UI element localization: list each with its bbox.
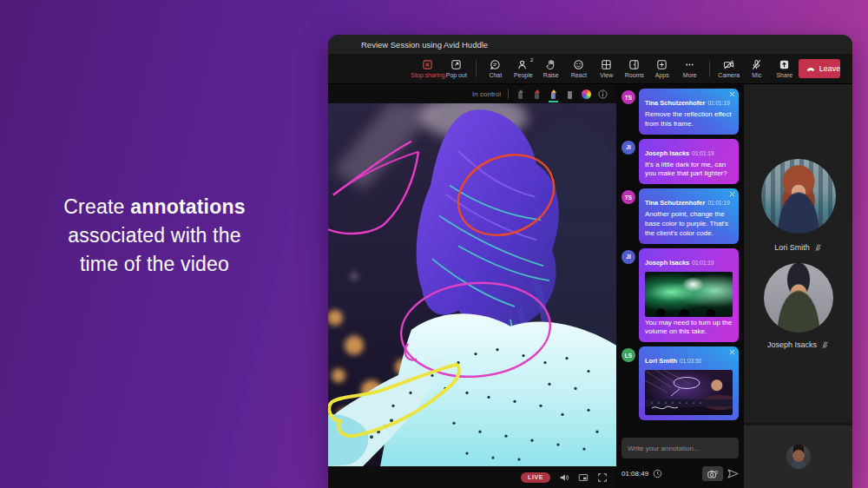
message-bubble[interactable]: Joseph Isacks01:01:19 You may need to tu… <box>639 248 739 343</box>
hero-line1-bold: annotations <box>130 195 246 218</box>
current-video-time: 01:08:49 <box>621 470 648 478</box>
time-history-button[interactable] <box>653 469 662 478</box>
attached-video-frame-studio[interactable] <box>645 370 733 415</box>
message-bubble[interactable]: Tina Schutzenhofer01:01:19 Another point… <box>639 188 739 243</box>
self-view-tile[interactable] <box>744 423 852 488</box>
stop-sharing-button[interactable]: Stop sharing <box>417 59 439 78</box>
view-button[interactable]: View <box>596 59 617 78</box>
pop-out-icon <box>450 59 462 70</box>
participant-avatar-lori[interactable] <box>761 159 836 234</box>
message-author: Joseph Isacks <box>645 259 689 267</box>
stop-sharing-icon <box>422 59 433 70</box>
marker-tool[interactable] <box>532 89 542 100</box>
color-wheel-picker[interactable] <box>582 89 591 99</box>
share-icon <box>779 59 790 70</box>
stop-sharing-label: Stop sharing <box>411 72 444 78</box>
hero-line3: time of the video <box>80 253 229 275</box>
raise-label: Raise <box>543 72 559 78</box>
mic-off-icon <box>751 59 762 70</box>
highlighter-tool-selected[interactable] <box>549 89 558 100</box>
picture-in-picture-icon <box>578 472 589 483</box>
camera-label: Camera <box>718 72 740 78</box>
clock-icon <box>653 469 662 478</box>
share-button[interactable]: Share <box>774 59 795 78</box>
dismiss-annotation-button[interactable] <box>729 91 735 97</box>
send-annotation-button[interactable] <box>727 469 739 478</box>
annotation-chat-panel: TS Tina Schutzenhofer01:01:19 Remove the… <box>616 84 744 488</box>
camera-clock-icon <box>707 470 718 478</box>
marker-tip <box>535 89 540 93</box>
rooms-label: Rooms <box>625 72 644 78</box>
apps-button[interactable]: Apps <box>652 59 673 78</box>
message-text: It's a little dark for me, can you make … <box>645 161 733 180</box>
annotation-input[interactable] <box>621 438 739 458</box>
message-author: Lori Smith <box>645 357 677 365</box>
close-icon <box>729 349 735 355</box>
attach-frame-button[interactable] <box>702 466 723 481</box>
attached-video-frame-concert[interactable] <box>645 272 733 317</box>
dismiss-annotation-button[interactable] <box>729 191 735 197</box>
hero-line1-pre: Create <box>63 195 130 218</box>
message-bubble[interactable]: Tina Schutzenhofer01:01:19 Remove the re… <box>639 89 739 135</box>
more-icon <box>684 59 695 70</box>
more-label: More <box>683 72 697 78</box>
marker-body <box>535 93 539 99</box>
leave-label: Leave <box>819 64 840 73</box>
info-icon[interactable] <box>598 89 608 99</box>
rooms-button[interactable]: Rooms <box>624 59 645 78</box>
annotation-list: TS Tina Schutzenhofer01:01:19 Remove the… <box>621 89 739 438</box>
message-bubble[interactable]: Lori Smith01:03:50 <box>639 346 739 420</box>
eraser-tool[interactable] <box>565 89 575 100</box>
avatar-initials: JI <box>621 250 635 264</box>
view-icon <box>601 59 612 70</box>
annotation-message: JI Joseph Isacks01:01:19 It's a little d… <box>621 139 739 185</box>
avatar-initials: JI <box>621 141 635 155</box>
annotation-message: TS Tina Schutzenhofer01:01:19 Remove the… <box>621 89 739 135</box>
camera-toggle-button[interactable]: Camera <box>719 59 740 78</box>
message-text: Remove the reflection effect from this f… <box>645 110 733 129</box>
mic-toggle-button[interactable]: Mic <box>746 59 767 78</box>
avatar-initials: LS <box>621 348 635 362</box>
more-button[interactable]: More <box>680 59 700 78</box>
camera-off-icon <box>723 59 734 70</box>
phone-down-icon <box>806 63 816 74</box>
raise-hand-button[interactable]: Raise <box>541 59 562 78</box>
fullscreen-button[interactable] <box>597 472 608 483</box>
video-annotation-canvas[interactable] <box>328 103 616 466</box>
speaker-icon <box>559 472 569 483</box>
participant-row-joseph: Joseph Isacks <box>744 340 852 349</box>
leave-main[interactable]: Leave <box>799 63 840 74</box>
mic-muted-icon <box>814 244 822 252</box>
pop-out-button[interactable]: Pop out <box>446 59 467 78</box>
apps-icon <box>656 59 667 70</box>
pip-button[interactable] <box>578 472 589 483</box>
chat-button[interactable]: Chat <box>485 59 506 78</box>
message-bubble[interactable]: Joseph Isacks01:01:19 It's a little dark… <box>639 139 739 185</box>
leave-button[interactable]: Leave <box>799 59 840 78</box>
hero-caption: Create annotations associated with the t… <box>24 193 285 279</box>
meeting-window: Review Session using Avid Huddle Stop sh… <box>328 35 852 488</box>
pen-tool[interactable] <box>516 89 525 100</box>
react-label: React <box>571 72 587 78</box>
video-stage: In control <box>328 84 616 488</box>
dismiss-annotation-button[interactable] <box>729 349 735 355</box>
message-text: Another point, change the base color to … <box>645 210 733 238</box>
people-button[interactable]: 2 People <box>513 59 534 78</box>
volume-button[interactable] <box>559 472 569 483</box>
share-label: Share <box>776 72 792 78</box>
avatar-initials: TS <box>621 90 635 104</box>
mic-muted-icon <box>821 341 829 349</box>
page: { "hero": { "line1_pre": "Create ", "lin… <box>0 0 868 488</box>
participant-avatar-joseph[interactable] <box>764 263 833 333</box>
people-icon <box>517 59 529 70</box>
eraser-body <box>568 91 572 99</box>
window-title: Review Session using Avid Huddle <box>361 40 488 49</box>
studio-frame-art <box>645 370 733 415</box>
message-text: You may need to turn up the volume on th… <box>645 319 733 338</box>
react-button[interactable]: React <box>569 59 589 78</box>
people-icon-wrap: 2 <box>517 59 529 70</box>
close-icon <box>729 91 735 97</box>
message-author: Tina Schutzenhofer <box>645 99 705 107</box>
pop-out-label: Pop out <box>446 72 467 78</box>
annotation-message: JI Joseph Isacks01:01:19 You may need to… <box>621 248 739 343</box>
